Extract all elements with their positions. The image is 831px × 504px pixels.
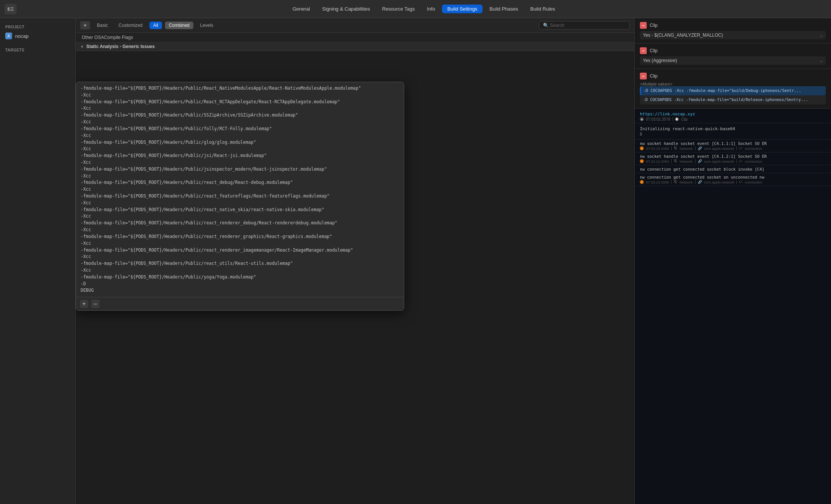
static-analysis-section[interactable]: ▼ Static Analysis - Generic Issues [76, 42, 634, 51]
sidebar-targets-label: TARGETS [0, 46, 75, 54]
log-category: Network [680, 159, 693, 163]
popup-line: -Xcc [81, 254, 399, 260]
log-network-icon: 🏗 [674, 180, 677, 184]
filter-combined[interactable]: Combined [165, 22, 193, 29]
svg-rect-1 [10, 7, 14, 8]
tab-signing[interactable]: Signing & Capabilities [317, 5, 375, 13]
tab-build-settings[interactable]: Build Settings [442, 5, 483, 13]
log-network-icon: 🏗 [674, 159, 677, 163]
tab-general[interactable]: General [287, 5, 315, 13]
tab-build-phases[interactable]: Build Phases [484, 5, 523, 13]
log-bundle-icon: 🔗 [698, 146, 702, 150]
clip-1-value[interactable]: Yes - $(CLANG_ANALYZER_MALLOC) ⌄ [640, 31, 826, 39]
popup-line: -Xcc [81, 105, 399, 112]
search-input[interactable]: 🔍 Search [539, 21, 630, 30]
clip-3-code-2[interactable]: -D COCOAPODS -Xcc -fmodule-map-file="bui… [640, 95, 826, 104]
log-tag-icon: 🏷 [739, 159, 742, 163]
filter-customized[interactable]: Customized [115, 22, 146, 29]
popup-line: -Xcc [81, 159, 399, 166]
log-sep [671, 146, 672, 150]
clip-2-value[interactable]: Yes (Aggressive) ⌄ [640, 56, 826, 65]
log-bundle: com.apple.network [704, 146, 735, 151]
popup-content[interactable]: -fmodule-map-file="${PODS_ROOT}/Headers/… [76, 82, 404, 297]
popup-line: -fmodule-map-file="${PODS_ROOT}/Headers/… [81, 99, 399, 106]
svg-rect-0 [8, 7, 9, 11]
popup-line: -fmodule-map-file="${PODS_ROOT}/Headers/… [81, 207, 399, 213]
clip-2-dropdown-icon: ⌄ [820, 59, 823, 63]
log-entry-text: nw_connection_get_connected_socket on un… [640, 175, 826, 179]
popup-line: -fmodule-map-file="${PODS_ROOT}/Headers/… [81, 112, 399, 119]
popup-line: -Xcc [81, 119, 399, 126]
popup-line: -fmodule-map-file="${PODS_ROOT}/Headers/… [81, 247, 399, 254]
popup-line: -D [81, 281, 399, 288]
filter-basic[interactable]: Basic [93, 22, 112, 29]
clip-2-header: Clip [640, 47, 826, 54]
log-sep [671, 180, 672, 184]
log-category: Network [680, 146, 693, 151]
popup-line: -Xcc [81, 132, 399, 139]
log-tag: connection [745, 180, 762, 184]
log-init-entry: Initializing react-native-quick-base64 $ [635, 123, 831, 140]
sidebar-item-nocap-label: nocap [15, 33, 28, 39]
popup-line: -fmodule-map-file="${PODS_ROOT}/Headers/… [81, 126, 399, 132]
log-badge-orange: ! [640, 180, 644, 184]
log-network-icon: 🏗 [674, 146, 677, 150]
sidebar: PROJECT A nocap TARGETS [0, 18, 76, 504]
log-sep-1 [672, 117, 673, 121]
log-panel: https://link.nocap.xyz ● 07:03:02.3578 📋… [635, 109, 831, 504]
build-settings-area: + Basic Customized All Combined Levels 🔍… [76, 18, 634, 504]
tab-resource-tags[interactable]: Resource Tags [377, 5, 420, 13]
popup-line: -Xcc [81, 186, 399, 193]
popup-line: -fmodule-map-file="${PODS_ROOT}/Headers/… [81, 85, 399, 92]
log-init-meta: $ [640, 132, 826, 136]
log-url-source: Clip [681, 117, 688, 121]
popup-line: -Xcc [81, 146, 399, 152]
clip-2-icon [640, 47, 647, 54]
log-badge-orange: ! [640, 146, 644, 150]
log-init-text: Initializing react-native-quick-base64 [640, 126, 826, 131]
sidebar-project-label: PROJECT [0, 23, 75, 31]
popup-line: -Xcc [81, 92, 399, 99]
popup-line: -fmodule-map-file="${PODS_ROOT}/Headers/… [81, 233, 399, 240]
log-url-text: https://link.nocap.xyz [640, 112, 826, 117]
popup-line: -Xcc [81, 240, 399, 247]
filter-bar: + Basic Customized All Combined Levels 🔍… [76, 18, 634, 33]
tab-build-rules[interactable]: Build Rules [525, 5, 560, 13]
toolbar: General Signing & Capabilities Resource … [0, 0, 831, 18]
log-entry-text: nw_socket_handle_socket_event [C4.1.1:1]… [640, 141, 826, 146]
popup-line: DEBUG [81, 287, 399, 294]
log-url-timestamp: 07:03:02.3578 [646, 117, 670, 121]
log-url-entry: https://link.nocap.xyz ● 07:03:02.3578 📋… [635, 109, 831, 123]
main-layout: PROJECT A nocap TARGETS + Basic Customiz… [0, 18, 831, 504]
popup-add-button[interactable]: + [80, 300, 88, 308]
popup-remove-button[interactable]: – [91, 300, 100, 308]
sidebar-item-nocap[interactable]: A nocap [0, 31, 75, 41]
popup-line: -fmodule-map-file="${PODS_ROOT}/Headers/… [81, 179, 399, 186]
add-setting-button[interactable]: + [80, 21, 90, 30]
log-entries-container: nw_socket_handle_socket_event [C4.1.1:1]… [635, 140, 831, 186]
log-category: Network [680, 180, 693, 184]
popup-line: -Xcc [81, 213, 399, 220]
filter-all[interactable]: All [149, 22, 162, 29]
log-tag: connection [745, 146, 762, 151]
popup-line: -Xcc [81, 227, 399, 233]
clip-3-label: Clip [650, 73, 658, 79]
log-sep [695, 146, 696, 150]
popup-line: -fmodule-map-file="${PODS_ROOT}/Headers/… [81, 193, 399, 200]
sidebar-toggle-button[interactable] [5, 4, 17, 14]
clip-1-icon [640, 22, 647, 29]
clip-3-code-1[interactable]: -D COCOAPODS -Xcc -fmodule-map-file="bui… [640, 86, 826, 95]
log-entry-text: nw_socket_handle_socket_event [C4.1.2:1]… [640, 154, 826, 159]
clip-1-dropdown-icon: ⌄ [820, 33, 823, 37]
log-entry: nw_socket_handle_socket_event [C4.1.1:1]… [635, 140, 831, 152]
log-entry-meta: !07:03:13.3089🏗Network🔗com.apple.network… [640, 146, 826, 151]
popup-line: -Xcc [81, 173, 399, 180]
nocap-icon: A [5, 33, 12, 39]
tab-info[interactable]: Info [422, 5, 440, 13]
section-arrow: ▼ [80, 45, 84, 49]
log-entry-meta: !07:03:13.3098🏗Network🔗com.apple.network… [640, 180, 826, 184]
filter-levels[interactable]: Levels [196, 22, 217, 29]
log-url-clip-badge: 📋 [675, 117, 679, 121]
clip-2-label: Clip [650, 48, 658, 53]
popup-overlay: -fmodule-map-file="${PODS_ROOT}/Headers/… [76, 82, 404, 311]
